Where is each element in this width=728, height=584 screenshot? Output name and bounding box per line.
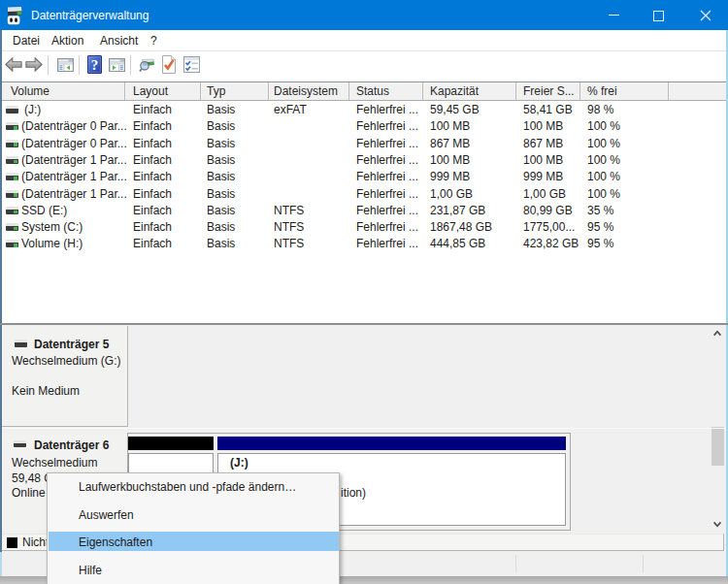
svg-text:?: ? [91, 57, 99, 73]
